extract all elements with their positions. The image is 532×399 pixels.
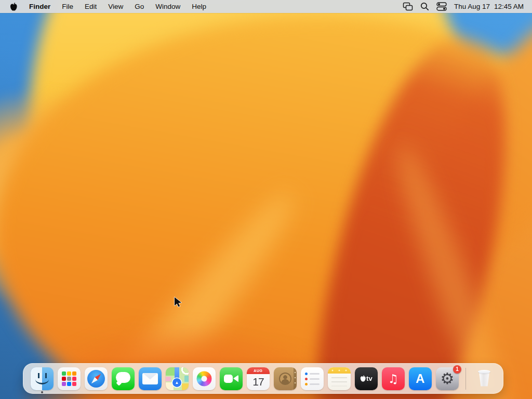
safari-compass [85,367,108,390]
desktop-wallpaper [0,0,532,399]
dock-icon-appstore[interactable] [409,367,432,390]
apple-logo-icon [360,375,366,382]
menu-bar-right: Thu Aug 17 12:45 AM [403,0,532,13]
menu-item-file[interactable]: File [56,0,79,13]
dock: AUG 17 tv [23,363,503,394]
dock-separator [466,368,466,390]
dock-icon-appletv[interactable]: tv [355,367,378,390]
menu-item-go[interactable]: Go [129,0,150,13]
calendar-day-label: 17 [247,374,270,390]
control-center-icon[interactable] [436,2,447,11]
trash-basket [473,367,496,390]
clock-date: Thu Aug 17 [454,3,490,10]
dock-icon-finder[interactable] [31,367,54,390]
spotlight-search-icon[interactable] [420,2,429,11]
dock-icon-mail[interactable] [139,367,162,390]
menu-bar: Finder File Edit View Go Window Help [0,0,532,13]
menu-item-window[interactable]: Window [150,0,186,13]
maps-navigation [166,367,189,390]
facetime-camera [220,367,243,390]
app-store-glyph [409,367,432,390]
notification-badge: 1 [453,365,461,374]
menu-bar-clock[interactable]: Thu Aug 17 12:45 AM [454,3,524,10]
dock-icon-contacts[interactable] [274,367,297,390]
menu-item-view[interactable]: View [102,0,129,13]
dock-icon-notes[interactable] [328,367,351,390]
photos-pinwheel [193,367,216,390]
dock-icon-facetime[interactable] [220,367,243,390]
dock-icon-messages[interactable] [112,367,135,390]
tv-label: tv [366,375,373,382]
messages-bubble [112,367,135,390]
contacts-book [274,367,297,390]
menu-bar-left: Finder File Edit View Go Window Help [0,0,212,13]
apple-menu[interactable] [0,0,23,13]
dock-icon-system-settings[interactable]: 1 [436,367,459,390]
reminders-list [301,367,324,390]
dock-icon-music[interactable] [382,367,405,390]
mail-envelope [139,367,162,390]
menu-item-edit[interactable]: Edit [79,0,102,13]
dock-icon-safari[interactable] [85,367,108,390]
calendar-tile: AUG 17 [247,367,270,390]
dock-icon-launchpad[interactable] [58,367,81,390]
finder-face [31,367,54,390]
menu-item-finder[interactable]: Finder [23,0,56,13]
dock-icon-maps[interactable] [166,367,189,390]
dock-icon-calendar[interactable]: AUG 17 [247,367,270,390]
dock-icon-trash[interactable] [473,367,496,390]
dock-icon-reminders[interactable] [301,367,324,390]
clock-time: 12:45 AM [494,3,524,10]
apple-tv-tile: tv [355,367,378,390]
notes-pad [328,367,351,390]
apple-icon [10,3,17,11]
stage-manager-icon[interactable] [403,2,413,11]
menu-item-help[interactable]: Help [186,0,212,13]
dock-icon-photos[interactable] [193,367,216,390]
music-note [382,367,405,390]
launchpad-grid [58,367,81,390]
screen: Finder File Edit View Go Window Help [0,0,532,399]
calendar-month-label: AUG [247,367,270,374]
